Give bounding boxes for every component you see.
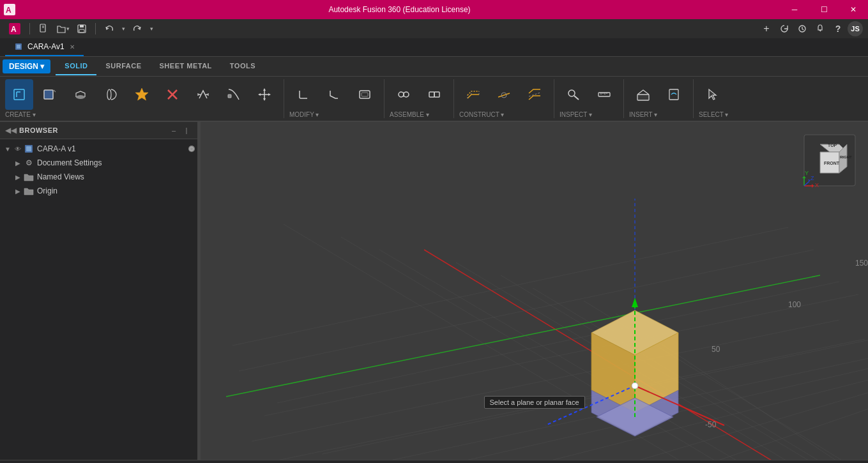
create-sketch-button[interactable]: [5, 79, 33, 110]
tree-root-item[interactable]: ▼ 👁 CARA-A v1 ⊙: [0, 142, 197, 156]
save-button[interactable]: [73, 20, 90, 37]
construct-label[interactable]: CONSTRUCT ▾: [459, 111, 504, 118]
construct-group: CONSTRUCT ▾: [459, 79, 554, 118]
push-pull-button[interactable]: [189, 79, 217, 110]
extrude-button[interactable]: [66, 79, 95, 110]
create-label[interactable]: CREATE ▾: [5, 111, 36, 118]
ruler-button[interactable]: [590, 79, 618, 110]
redo-dropdown[interactable]: ▾: [147, 20, 156, 37]
tree-document-settings[interactable]: ▶ ⚙ Document Settings: [0, 156, 197, 170]
svg-marker-72: [591, 333, 635, 413]
new-file-button[interactable]: [35, 20, 52, 37]
tab-solid[interactable]: SOLID: [56, 57, 96, 75]
sidebar: ◀◀ BROWSER – | ▼ 👁 CARA-A v1 ⊙ ▶ ⚙: [0, 122, 198, 460]
design-button[interactable]: DESIGN ▾: [3, 59, 50, 73]
help-button[interactable]: ?: [830, 20, 846, 37]
svg-text:-50: -50: [705, 420, 717, 429]
browser-settings-button[interactable]: –: [168, 125, 179, 136]
tab-tools[interactable]: TOOLS: [221, 57, 264, 75]
user-avatar[interactable]: JS: [848, 21, 863, 36]
tree-expand-root[interactable]: ▼: [3, 144, 13, 154]
viewport[interactable]: 100 50 -50 -100 -150 -200 150 200 TOP: [201, 122, 868, 460]
chamfer-button[interactable]: [320, 79, 348, 110]
viewcube[interactable]: TOP FRONT RIGHT X Y Z: [801, 132, 858, 189]
finish-sketch-button[interactable]: [36, 79, 64, 110]
tooltip-box: Select a plane or planar face: [483, 396, 584, 409]
revolve-button[interactable]: [97, 79, 125, 110]
notification-button[interactable]: [812, 20, 828, 37]
svg-line-61: [322, 333, 868, 454]
refresh-button[interactable]: [776, 20, 793, 37]
maximize-button[interactable]: ☐: [809, 0, 839, 19]
rigid-group-button[interactable]: [420, 79, 448, 110]
offset-plane-button[interactable]: [459, 79, 487, 110]
insert-label[interactable]: INSERT ▾: [629, 111, 657, 118]
svg-rect-4: [40, 24, 45, 32]
svg-text:TOP: TOP: [828, 143, 837, 148]
tree-expand-views[interactable]: ▶: [13, 172, 23, 182]
open-file-button[interactable]: ▾: [54, 20, 71, 37]
fillet-button[interactable]: [289, 79, 317, 110]
svg-point-80: [632, 383, 638, 389]
svg-rect-46: [26, 146, 31, 151]
svg-rect-47: [201, 122, 868, 460]
svg-line-48: [424, 250, 814, 460]
browser-collapse-button[interactable]: ◀◀: [5, 126, 17, 135]
tree-origin[interactable]: ▶ Origin: [0, 184, 197, 198]
insert-group: INSERT ▾: [629, 79, 694, 118]
svg-point-18: [107, 89, 111, 100]
delete-button[interactable]: [158, 79, 187, 110]
sweep-button[interactable]: [220, 79, 248, 110]
active-tab[interactable]: CARA-Av1 ✕: [5, 38, 84, 56]
history-button[interactable]: [794, 20, 811, 37]
svg-marker-26: [268, 93, 271, 96]
midpoint-plane-button[interactable]: [521, 79, 549, 110]
add-tab-button[interactable]: +: [758, 20, 775, 37]
tree-expand-doc[interactable]: ▶: [13, 158, 23, 168]
folder-icon-origin: [23, 185, 34, 197]
close-button[interactable]: ✕: [839, 0, 868, 19]
svg-line-59: [252, 320, 839, 441]
svg-text:X: X: [815, 182, 819, 188]
tree-doc-settings-label: Document Settings: [37, 158, 195, 167]
explode-button[interactable]: [128, 79, 156, 110]
svg-text:100: 100: [788, 300, 801, 309]
svg-line-53: [456, 262, 839, 460]
undo-dropdown[interactable]: ▾: [119, 20, 128, 37]
svg-marker-73: [635, 333, 678, 413]
joint-button[interactable]: [390, 79, 418, 110]
select-button[interactable]: [699, 79, 727, 110]
tab-sheet-metal[interactable]: SHEET METAL: [151, 57, 221, 75]
shell-button[interactable]: [351, 79, 379, 110]
ribbon: CREATE ▾ MODIFY ▾: [0, 77, 868, 121]
app-icon: A: [0, 0, 19, 19]
measure-button[interactable]: [560, 79, 588, 110]
tangent-plane-button[interactable]: [490, 79, 518, 110]
undo-button[interactable]: [101, 20, 118, 37]
svg-point-29: [399, 92, 404, 97]
svg-line-51: [284, 224, 680, 460]
tree-expand-origin[interactable]: ▶: [13, 186, 23, 196]
modify-label[interactable]: MODIFY ▾: [289, 111, 319, 118]
insert-svg-button[interactable]: [660, 79, 688, 110]
redo-button[interactable]: [129, 20, 146, 37]
minimize-button[interactable]: ─: [780, 0, 809, 19]
browser-pin-button[interactable]: |: [181, 125, 192, 136]
settings-icon-tree: ⚙: [23, 157, 34, 169]
tree-named-views[interactable]: ▶ Named Views: [0, 170, 197, 184]
inspect-label[interactable]: INSPECT ▾: [560, 111, 592, 118]
assemble-label[interactable]: ASSEMBLE ▾: [390, 111, 429, 118]
inspect-group: INSPECT ▾: [560, 79, 624, 118]
tab-label: CARA-Av1: [27, 42, 65, 51]
select-label[interactable]: SELECT ▾: [699, 111, 729, 118]
separator-2: [95, 23, 96, 34]
svg-rect-44: [669, 89, 678, 100]
app-logo-button[interactable]: A: [5, 22, 24, 36]
move-button[interactable]: [250, 79, 278, 110]
tab-surface[interactable]: SURFACE: [96, 57, 150, 75]
eye-icon-root[interactable]: 👁: [13, 144, 23, 154]
insert-mesh-button[interactable]: [629, 79, 657, 110]
tab-close-button[interactable]: ✕: [70, 43, 75, 50]
tree-root-label: CARA-A v1: [37, 144, 186, 153]
svg-rect-27: [360, 91, 370, 98]
